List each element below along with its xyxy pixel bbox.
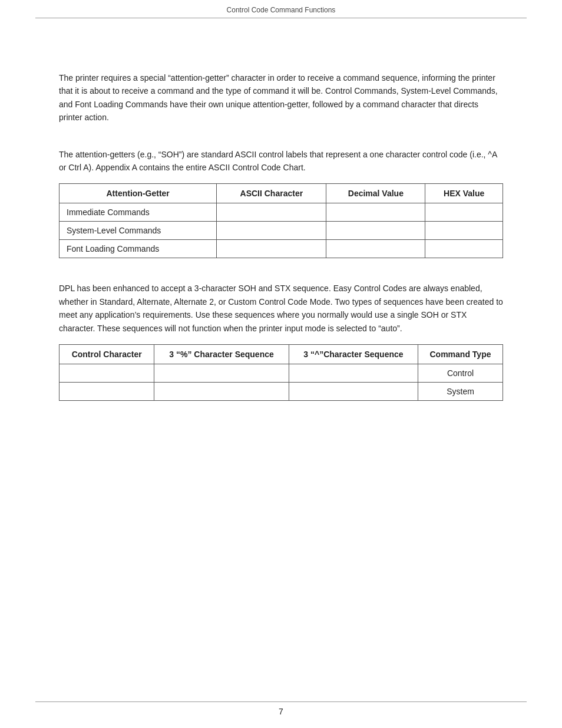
attention-section: The attention-getters (e.g., “SOH”) are … [59,148,503,259]
control-char-cell-2 [59,382,154,400]
immediate-hex-cell [425,203,503,222]
table-header-row: Control Character 3 “%” Character Sequen… [59,344,503,364]
percent-seq-cell-1 [154,364,289,382]
page-content: The printer requires a special “attentio… [0,18,562,454]
table-row: Immediate Commands [59,203,503,222]
immediate-ascii-cell [217,203,326,222]
page-footer: 7 [35,701,527,716]
intro-paragraph: The printer requires a special “attentio… [59,71,503,124]
col-header-percent-sequence: 3 “%” Character Sequence [154,344,289,364]
easy-control-paragraph: DPL has been enhanced to accept a 3-char… [59,282,503,335]
col-header-control-character: Control Character [59,344,154,364]
easy-control-table: Control Character 3 “%” Character Sequen… [59,344,503,401]
table-row: System-Level Commands [59,222,503,240]
table-row: System [59,382,503,400]
immediate-commands-cell: Immediate Commands [59,203,217,222]
table-header-row: Attention-Getter ASCII Character Decimal… [59,184,503,203]
table-row: Control [59,364,503,382]
page-header: Control Code Command Functions [35,0,527,18]
table-row: Font Loading Commands [59,240,503,258]
easy-control-section: DPL has been enhanced to accept a 3-char… [59,282,503,401]
system-level-commands-cell: System-Level Commands [59,222,217,240]
page-container: Control Code Command Functions The print… [0,0,562,728]
col-header-decimal-value: Decimal Value [326,184,425,203]
caret-seq-cell-1 [289,364,418,382]
system-hex-cell [425,222,503,240]
percent-seq-cell-2 [154,382,289,400]
caret-seq-cell-2 [289,382,418,400]
col-header-caret-sequence: 3 “^”Character Sequence [289,344,418,364]
command-type-cell-1: Control [418,364,503,382]
header-title: Control Code Command Functions [227,6,336,14]
font-decimal-cell [326,240,425,258]
control-char-cell-1 [59,364,154,382]
system-ascii-cell [217,222,326,240]
attention-getter-table: Attention-Getter ASCII Character Decimal… [59,183,503,258]
font-loading-commands-cell: Font Loading Commands [59,240,217,258]
font-ascii-cell [217,240,326,258]
command-type-cell-2: System [418,382,503,400]
col-header-hex-value: HEX Value [425,184,503,203]
system-decimal-cell [326,222,425,240]
col-header-command-type: Command Type [418,344,503,364]
col-header-ascii-character: ASCII Character [217,184,326,203]
immediate-decimal-cell [326,203,425,222]
attention-paragraph: The attention-getters (e.g., “SOH”) are … [59,148,503,174]
font-hex-cell [425,240,503,258]
page-number: 7 [279,707,283,716]
col-header-attention-getter: Attention-Getter [59,184,217,203]
